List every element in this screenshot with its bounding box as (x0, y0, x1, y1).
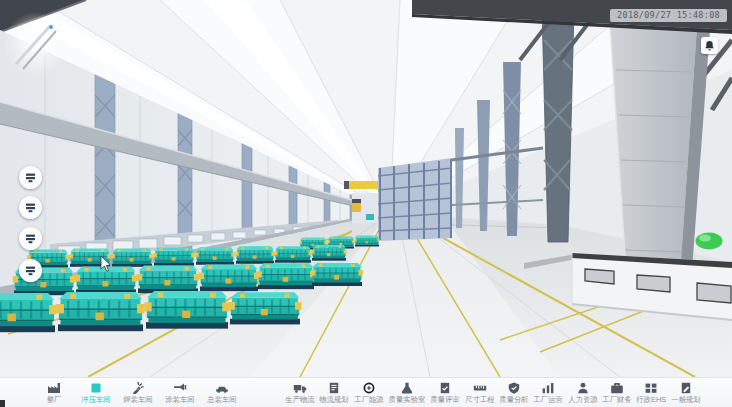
toolbar-item-factory-energy[interactable]: 工厂能源 (353, 382, 385, 404)
ceiling-lamp-glow (4, 12, 68, 76)
notification-button[interactable] (701, 37, 718, 54)
hotspot-button-4[interactable] (19, 259, 42, 282)
toolbar-item-welding-shop[interactable]: 焊装车间 (122, 382, 154, 404)
die-stack-icon (25, 172, 36, 183)
shield-check-icon (507, 382, 521, 394)
toolbar-item-label: 焊装车间 (123, 396, 152, 403)
toolbar-item-label: 质量实验室 (389, 396, 426, 403)
ruler-icon (473, 382, 487, 394)
bar-chart-icon (541, 382, 555, 394)
bell-icon (704, 40, 715, 51)
toolbar-item-label: 尺寸工程 (465, 396, 494, 403)
toolbar-item-stamping-shop[interactable]: 冲压车间 (80, 382, 112, 404)
welding-shop-icon (131, 382, 145, 394)
toolbar-item-label: 物流规划 (320, 396, 349, 403)
hotspot-button-1[interactable] (19, 166, 42, 189)
toolbar-item-admin-ehs[interactable]: 行政EHS (635, 382, 667, 404)
toolbar-item-quality-review[interactable]: 质量评审 (429, 382, 461, 404)
die-stack-icon (25, 233, 36, 244)
person-icon (576, 382, 590, 394)
lab-flask-icon (400, 382, 414, 394)
shop-nav-group: 整厂 冲压车间 焊装车间 涂装车间 总装车间 (38, 382, 238, 404)
storage-rack (378, 158, 452, 241)
toolbar-item-label: 整厂 (47, 396, 62, 403)
toolbar-item-paint-shop[interactable]: 涂装车间 (164, 382, 196, 404)
toolbar-item-logistics-planning[interactable]: 物流规划 (318, 382, 350, 404)
digital-twin-factory-app: 2018/09/27 15:48:08 整厂 (0, 0, 732, 407)
timestamp: 2018/09/27 15:48:08 (610, 9, 727, 22)
truck-icon (293, 382, 307, 394)
grid-icon (644, 382, 658, 394)
scene-3d-viewport[interactable] (0, 0, 732, 377)
paint-shop-icon (173, 382, 187, 394)
toolbar-item-assembly-shop[interactable]: 总装车间 (206, 382, 238, 404)
toolbar-item-label: 涂装车间 (165, 396, 194, 403)
toolbar-item-factory-operations[interactable]: 工厂运营 (532, 382, 564, 404)
toolbar-item-label: 行政EHS (636, 396, 666, 403)
toolbar-item-quality-lab[interactable]: 质量实验室 (387, 382, 427, 404)
green-status-marker[interactable] (696, 233, 723, 250)
toolbar-item-dimensional-engineering[interactable]: 尺寸工程 (464, 382, 496, 404)
die-stack-icon (25, 265, 36, 276)
toolbar-item-label: 质量分析 (499, 396, 528, 403)
logistics-plan-icon (327, 382, 341, 394)
toolbar-item-whole-plant[interactable]: 整厂 (38, 382, 70, 404)
toolbar-item-label: 工厂运营 (533, 396, 562, 403)
stamping-shop-icon (89, 382, 103, 394)
hotspot-button-2[interactable] (19, 196, 42, 219)
toolbar-item-human-resources[interactable]: 人力资源 (567, 382, 599, 404)
doc-pencil-icon (679, 382, 693, 394)
toolbar-item-label: 一般规划 (671, 396, 700, 403)
factory-icon (47, 382, 61, 394)
module-nav-group: 生产物流 物流规划 工厂能源 质量实验室 质量评审 尺寸工程 (284, 382, 702, 404)
hotspot-button-3[interactable] (19, 227, 42, 250)
assembly-shop-icon (215, 382, 229, 394)
toolbar-item-label: 工厂财务 (602, 396, 631, 403)
toolbar-item-label: 人力资源 (568, 396, 597, 403)
die-stack-icon (25, 202, 36, 213)
toolbar-item-label: 质量评审 (431, 396, 460, 403)
toolbar-item-label: 工厂能源 (354, 396, 383, 403)
toolbar-item-general-planning[interactable]: 一般规划 (670, 382, 702, 404)
toolbar-item-label: 冲压车间 (81, 396, 110, 403)
briefcase-icon (610, 382, 624, 394)
toolbar-item-quality-analysis[interactable]: 质量分析 (498, 382, 530, 404)
toolbar-item-label: 生产物流 (285, 396, 314, 403)
toolbar-item-factory-finance[interactable]: 工厂财务 (601, 382, 633, 404)
quality-review-icon (438, 382, 452, 394)
toolbar-item-label: 总装车间 (207, 396, 236, 403)
toolbar-item-production-logistics[interactable]: 生产物流 (284, 382, 316, 404)
factory-hall-rendering (0, 0, 732, 377)
corner-notch (0, 400, 5, 407)
bottom-toolbar: 整厂 冲压车间 焊装车间 涂装车间 总装车间 (0, 377, 732, 407)
energy-gauge-icon (362, 382, 376, 394)
